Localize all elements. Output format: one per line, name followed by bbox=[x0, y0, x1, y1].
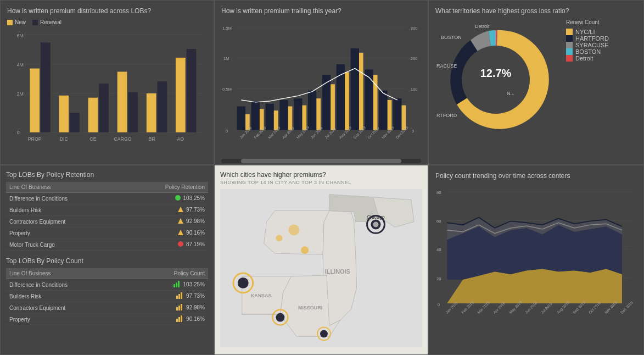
lob-name: Motor Truck Cargo bbox=[6, 239, 124, 251]
svg-rect-87 bbox=[176, 307, 178, 310]
p1-title: How is written premium distributed acros… bbox=[7, 7, 207, 15]
svg-text:0: 0 bbox=[438, 302, 440, 307]
table-row: Difference in Conditions 103.25% bbox=[6, 193, 208, 204]
lob-name: Contractors Equipment bbox=[6, 216, 124, 228]
col-lob-retention: Line Of Business bbox=[6, 182, 124, 193]
svg-rect-89 bbox=[181, 304, 182, 310]
svg-text:AO: AO bbox=[177, 136, 184, 142]
green-bars-icon bbox=[173, 281, 181, 287]
red-circle-icon bbox=[177, 241, 184, 247]
p3-title: What territories have highest gross loss… bbox=[435, 7, 637, 15]
svg-marker-79 bbox=[178, 230, 183, 235]
lob-name: Contractors Equipment bbox=[6, 302, 133, 314]
count-value: 90.16% bbox=[133, 314, 208, 325]
svg-rect-55 bbox=[316, 98, 321, 130]
p5-map-area: ILLINOIS MISSOURI KANSAS Chicago bbox=[220, 188, 422, 348]
count-section: Top LOBs By Policy Count Line Of Busines… bbox=[6, 257, 208, 325]
svg-rect-39 bbox=[251, 101, 260, 130]
retention-value: 97.73% bbox=[124, 204, 208, 216]
svg-rect-81 bbox=[173, 284, 175, 287]
svg-rect-17 bbox=[157, 81, 167, 132]
retention-value: 103.25% bbox=[124, 193, 208, 204]
legend-boston-label: BOSTON bbox=[575, 48, 601, 55]
svg-rect-47 bbox=[365, 69, 373, 130]
legend-hartford: HARTFORD bbox=[566, 35, 609, 42]
svg-point-102 bbox=[301, 246, 309, 254]
svg-rect-15 bbox=[128, 92, 138, 132]
legend-detroit-box bbox=[566, 55, 573, 62]
yellow-bars-icon bbox=[176, 315, 184, 322]
dashboard: How is written premium distributed acros… bbox=[0, 0, 644, 355]
svg-text:PROP: PROP bbox=[28, 136, 42, 142]
p5-title: Which cities have higher premiums? bbox=[220, 171, 422, 179]
count-value: 103.25% bbox=[133, 279, 208, 291]
svg-text:40: 40 bbox=[436, 247, 441, 252]
svg-rect-82 bbox=[176, 282, 177, 287]
svg-text:1M: 1M bbox=[223, 56, 229, 61]
legend-detroit-label: Detroit bbox=[575, 55, 593, 62]
p6-title: Policy count trending over time across c… bbox=[435, 172, 637, 180]
p2-chart-area: 1.5M 1M 0.5M 0 300 200 100 0 bbox=[221, 19, 421, 157]
svg-text:4M: 4M bbox=[17, 62, 24, 68]
p1-svg: 6M 4M 2M 0 bbox=[7, 29, 207, 149]
legend-renewal: Renewal bbox=[32, 19, 61, 25]
label-n: N... bbox=[507, 91, 514, 96]
svg-text:KANSAS: KANSAS bbox=[251, 293, 272, 298]
svg-point-99 bbox=[238, 278, 249, 289]
legend-nyc: NYC/LI bbox=[566, 29, 609, 35]
svg-text:0: 0 bbox=[17, 130, 20, 135]
green-circle-icon bbox=[175, 195, 181, 201]
table-row: Contractors Equipment 92.98% bbox=[6, 302, 208, 314]
svg-text:0: 0 bbox=[226, 129, 228, 134]
policy-tables-panel: Top LOBs By Policy Retention Line Of Bus… bbox=[0, 165, 214, 355]
svg-rect-56 bbox=[331, 84, 335, 130]
svg-rect-90 bbox=[176, 319, 178, 322]
svg-point-109 bbox=[320, 330, 328, 337]
svg-rect-48 bbox=[379, 91, 387, 130]
yellow-bars-icon bbox=[176, 304, 184, 310]
lob-name: Builders Risk bbox=[6, 291, 133, 302]
lob-name: Difference in Conditions bbox=[6, 193, 124, 204]
legend-syracuse-box bbox=[566, 42, 573, 48]
svg-text:BR: BR bbox=[149, 136, 155, 142]
svg-rect-12 bbox=[88, 98, 98, 132]
p2-scrollbar[interactable] bbox=[221, 159, 421, 163]
lob-bar-chart-panel: How is written premium distributed acros… bbox=[0, 0, 214, 165]
svg-rect-92 bbox=[181, 315, 182, 322]
p6-chart-area: 80 60 40 20 0 bbox=[435, 184, 637, 332]
svg-text:Jul 2019: Jul 2019 bbox=[540, 302, 553, 314]
legend-nyc-box bbox=[566, 29, 573, 35]
svg-point-101 bbox=[276, 313, 284, 322]
table-row: Motor Truck Cargo 87.19% bbox=[6, 239, 208, 251]
svg-rect-86 bbox=[181, 292, 182, 299]
svg-point-106 bbox=[373, 221, 378, 227]
svg-rect-40 bbox=[265, 104, 273, 130]
svg-rect-83 bbox=[178, 281, 180, 287]
label-detroit: Detroit bbox=[475, 24, 490, 29]
svg-text:0: 0 bbox=[412, 129, 414, 134]
svg-rect-10 bbox=[59, 96, 69, 132]
legend-boston-box bbox=[566, 48, 573, 55]
count-value: 97.73% bbox=[133, 291, 208, 302]
svg-rect-19 bbox=[187, 49, 197, 132]
retention-value: 90.16% bbox=[124, 228, 208, 239]
svg-text:12.7%: 12.7% bbox=[480, 67, 512, 79]
policy-trend-panel: Policy count trending over time across c… bbox=[428, 165, 644, 355]
label-boston: BOSTON bbox=[441, 35, 462, 40]
svg-point-74 bbox=[462, 46, 530, 114]
col-policy-retention: Policy Retention bbox=[124, 182, 208, 193]
p2-title: How is written premium trailing this yea… bbox=[221, 7, 421, 15]
svg-text:2M: 2M bbox=[17, 91, 24, 97]
yellow-bars-icon bbox=[176, 292, 184, 299]
retention-value: 87.19% bbox=[124, 239, 208, 251]
svg-rect-11 bbox=[70, 113, 80, 132]
lob-name: Property bbox=[6, 314, 133, 325]
legend-new-label: New bbox=[15, 19, 26, 25]
lob-name: Builders Risk bbox=[6, 204, 124, 216]
p2-svg: 1.5M 1M 0.5M 0 300 200 100 0 bbox=[221, 19, 421, 157]
label-racuse: RACUSE bbox=[436, 63, 457, 69]
p3-legend-title: Renew Count bbox=[566, 19, 609, 25]
svg-point-103 bbox=[276, 235, 282, 241]
p1-legend: New Renewal bbox=[7, 19, 207, 25]
svg-rect-45 bbox=[337, 64, 345, 130]
